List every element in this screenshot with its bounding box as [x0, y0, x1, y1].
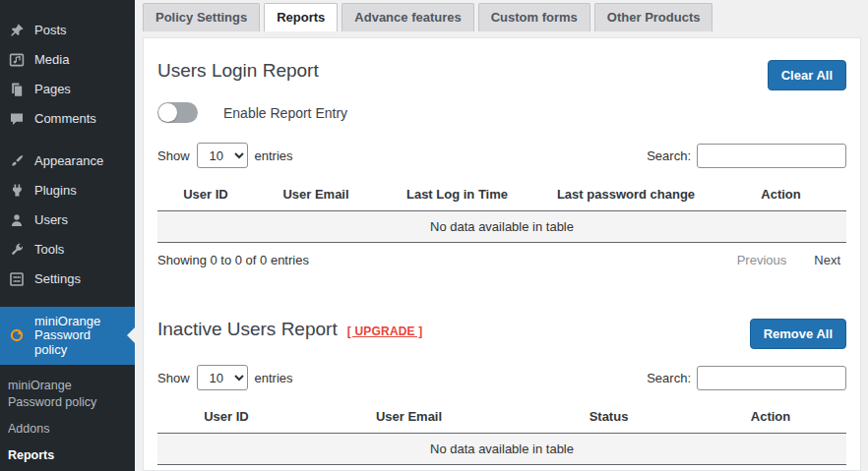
admin-sidebar: Posts Media Pages Comments Appeara [0, 0, 135, 471]
entries-label: entries [255, 148, 293, 163]
sidebar-item-tools[interactable]: Tools [0, 235, 135, 265]
show-label: Show [157, 148, 190, 163]
submenu-item-addons[interactable]: Addons [0, 416, 118, 442]
clear-all-button[interactable]: Clear All [768, 60, 846, 90]
app-window: Posts Media Pages Comments Appeara [0, 0, 868, 471]
table-info: Showing 0 to 0 of 0 entries [157, 253, 309, 267]
search-control: Search: [647, 366, 846, 390]
sidebar-item-users[interactable]: Users [0, 206, 135, 235]
sidebar-item-miniorange-password-policy[interactable]: miniOrange Password policy [0, 307, 135, 365]
empty-message: No data available in table [157, 211, 846, 243]
sidebar-item-settings[interactable]: Settings [0, 265, 135, 294]
login-report-search-input[interactable] [697, 144, 846, 168]
search-control: Search: [647, 144, 846, 168]
previous-page-button[interactable]: Previous [737, 253, 787, 267]
sidebar-item-comments[interactable]: Comments [0, 104, 135, 134]
show-label: Show [157, 371, 190, 385]
tab-other-products[interactable]: Other Products [594, 3, 713, 31]
login-table-footer: Showing 0 to 0 of 0 entries Previous Nex… [157, 253, 846, 267]
submenu-item-miniorange-password-policy[interactable]: miniOrange Password policy [0, 373, 118, 416]
miniorange-logo-icon [8, 326, 26, 344]
column-header-user-email[interactable]: User Email [295, 402, 523, 434]
next-page-button[interactable]: Next [814, 253, 840, 267]
inactive-report-header: Inactive Users Report [ UPGRADE ] Remove… [157, 319, 846, 349]
sidebar-item-media[interactable]: Media [0, 45, 135, 75]
search-label: Search: [647, 148, 691, 163]
toggle-knob [158, 103, 177, 122]
enable-report-row: Enable Report Entry [157, 102, 846, 123]
pushpin-icon [8, 22, 26, 39]
pages-icon [8, 81, 26, 98]
column-header-last-login-time[interactable]: Last Log in Time [378, 180, 536, 211]
show-entries-control: Show 10 entries [157, 365, 293, 390]
entries-label: entries [255, 371, 293, 385]
sidebar-item-label: Tools [34, 243, 64, 257]
reports-panel: Users Login Report Clear All Enable Repo… [143, 37, 861, 471]
settings-sliders-icon [8, 270, 26, 288]
empty-message: No data available in table [157, 434, 846, 465]
sidebar-item-label: Appearance [34, 154, 103, 168]
sidebar-item-label: Media [34, 53, 69, 67]
login-table-controls: Show 10 entries Search: [157, 143, 846, 168]
inactive-report-search-input[interactable] [697, 366, 846, 390]
tab-reports[interactable]: Reports [264, 3, 338, 31]
inactive-table-controls: Show 10 entries Search: [157, 365, 846, 390]
sidebar-item-label: Posts [34, 24, 67, 37]
enable-report-entry-toggle[interactable] [157, 102, 198, 123]
sidebar-separator [0, 134, 135, 147]
search-label: Search: [647, 371, 691, 385]
sidebar-separator [0, 294, 135, 307]
login-report-header: Users Login Report Clear All [157, 60, 846, 90]
sidebar-item-appearance[interactable]: Appearance [0, 147, 135, 176]
tab-policy-settings[interactable]: Policy Settings [143, 3, 260, 31]
miniorange-submenu: miniOrange Password policy Addons Report… [0, 365, 135, 471]
column-header-user-email[interactable]: User Email [254, 180, 378, 211]
speech-bubble-icon [8, 110, 26, 128]
inactive-report-title-text: Inactive Users Report [157, 319, 338, 340]
column-header-user-id[interactable]: User ID [157, 402, 295, 434]
page-size-select[interactable]: 10 [197, 143, 248, 168]
sidebar-item-label: Settings [34, 272, 81, 286]
main-content: Policy Settings Reports Advance features… [135, 0, 868, 471]
page-size-select[interactable]: 10 [197, 365, 248, 390]
paintbrush-icon [8, 152, 26, 170]
tab-custom-forms[interactable]: Custom forms [478, 3, 590, 31]
submenu-item-reports[interactable]: Reports [0, 442, 118, 469]
sidebar-item-label: Comments [34, 112, 96, 126]
inactive-report-title: Inactive Users Report [ UPGRADE ] [157, 319, 423, 340]
sidebar-item-plugins[interactable]: Plugins [0, 176, 135, 206]
login-report-title: Users Login Report [157, 60, 319, 82]
sidebar-item-posts[interactable]: Posts [0, 16, 135, 45]
upgrade-link[interactable]: [ UPGRADE ] [347, 324, 423, 338]
sidebar-item-label: Users [34, 213, 68, 227]
inactive-report-table: User ID User Email Status Action No data… [157, 402, 846, 465]
tab-advance-features[interactable]: Advance features [341, 3, 473, 31]
column-header-status[interactable]: Status [523, 402, 695, 434]
login-report-table: User ID User Email Last Log in Time Last… [157, 180, 846, 243]
column-header-user-id[interactable]: User ID [157, 180, 254, 211]
show-entries-control: Show 10 entries [157, 143, 293, 168]
sidebar-item-label: miniOrange Password policy [34, 315, 125, 357]
column-header-last-password-change[interactable]: Last password change [536, 180, 715, 211]
media-icon [8, 51, 26, 69]
empty-table-row: No data available in table [157, 211, 846, 243]
tab-bar: Policy Settings Reports Advance features… [143, 4, 861, 31]
person-icon [8, 211, 26, 229]
sidebar-item-label: Pages [34, 83, 71, 96]
sidebar-item-label: Plugins [34, 184, 77, 198]
column-header-action[interactable]: Action [715, 180, 846, 211]
pagination: Previous Next [737, 253, 846, 267]
wrench-icon [8, 241, 26, 259]
column-header-action[interactable]: Action [695, 402, 846, 434]
remove-all-button[interactable]: Remove All [750, 319, 846, 349]
section-divider-space [157, 267, 846, 319]
plug-icon [8, 182, 26, 200]
enable-report-entry-label: Enable Report Entry [223, 105, 347, 121]
sidebar-item-pages[interactable]: Pages [0, 75, 135, 104]
empty-table-row: No data available in table [157, 434, 846, 465]
